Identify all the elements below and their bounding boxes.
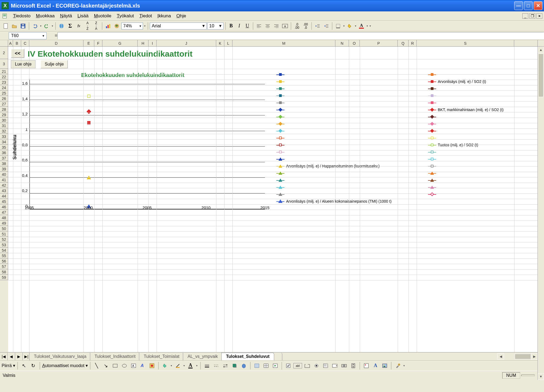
minimize-button[interactable]: — xyxy=(514,1,523,10)
chart-wizard-button[interactable] xyxy=(104,22,112,30)
row-header-49[interactable]: 49 xyxy=(0,221,8,226)
row-header-46[interactable]: 46 xyxy=(0,204,8,210)
row-header-48[interactable]: 48 xyxy=(0,215,8,221)
borders-dropdown[interactable]: ▾ xyxy=(343,24,345,27)
col-header-O[interactable]: O xyxy=(349,40,360,46)
row-header-55[interactable]: 55 xyxy=(0,253,8,258)
sheet-tab-AL_vs_ympvaik[interactable]: AL_vs_ympvaik xyxy=(183,353,222,360)
wordart-tool[interactable]: A xyxy=(139,362,147,370)
col-header-N[interactable]: N xyxy=(335,40,349,46)
row-header-47[interactable]: 47 xyxy=(0,210,8,215)
line-color-tool[interactable] xyxy=(174,362,182,370)
row-header-27[interactable]: 27 xyxy=(0,101,8,107)
font-color-dropdown[interactable]: ▾ xyxy=(366,24,368,27)
shadow-tool[interactable] xyxy=(231,362,239,370)
line-tool[interactable]: ╲ xyxy=(93,362,101,370)
textbox-control-icon[interactable]: abl xyxy=(293,363,302,368)
form-run-icon[interactable] xyxy=(271,362,279,370)
row-header-40[interactable]: 40 xyxy=(0,172,8,177)
formula-input[interactable] xyxy=(57,32,544,39)
3d-tool[interactable] xyxy=(240,362,248,370)
col-header-I[interactable]: I xyxy=(148,40,157,46)
row-header-56[interactable]: 56 xyxy=(0,258,8,264)
menu-työkalut[interactable]: Työkalut xyxy=(114,12,137,20)
row-header-32[interactable]: 32 xyxy=(0,128,8,134)
row-header-37[interactable]: 37 xyxy=(0,155,8,161)
scroll-up-button[interactable]: ▲ xyxy=(538,47,544,53)
hscroll-left-button[interactable]: ◀ xyxy=(497,353,504,360)
worksheet-grid[interactable]: << IV Ekotehokkuuden suhdelukuindikaatto… xyxy=(8,47,544,380)
sheet-tab-Tulokset_Suhdeluvut[interactable]: Tulokset_Suhdeluvut xyxy=(221,353,274,360)
select-all-corner[interactable] xyxy=(0,40,8,47)
bold-button[interactable]: B xyxy=(227,22,235,30)
close-button[interactable]: ✕ xyxy=(534,1,542,10)
chart-object[interactable]: Ekotehokkuuden suhdelukuindikaattorit Su… xyxy=(11,71,539,223)
col-header-R[interactable]: R xyxy=(409,40,417,46)
menu-ohje[interactable]: Ohje xyxy=(174,12,189,20)
menu-muotoile[interactable]: Muotoile xyxy=(91,12,114,20)
select-objects-button[interactable]: ↖ xyxy=(20,362,28,370)
tab-nav-2[interactable]: ▶ xyxy=(15,353,23,360)
fill-color-button[interactable] xyxy=(346,22,354,30)
toolbar-overflow[interactable]: ▾ xyxy=(144,24,146,27)
font-color-button[interactable]: A xyxy=(357,22,365,30)
scrollbar-control-icon[interactable] xyxy=(340,362,348,370)
name-box[interactable]: T60▾ xyxy=(9,32,47,39)
col-header-F[interactable]: F xyxy=(94,40,102,46)
col-header-E[interactable]: E xyxy=(83,40,94,46)
col-header-B[interactable]: B xyxy=(13,40,21,46)
row-header-53[interactable]: 53 xyxy=(0,242,8,248)
row-header-25[interactable]: 25 xyxy=(0,90,8,96)
col-header-J[interactable]: J xyxy=(157,40,216,46)
row-header-50[interactable]: 50 xyxy=(0,226,8,231)
option-control-icon[interactable] xyxy=(312,362,320,370)
font-size-combo[interactable]: 10▾ xyxy=(207,22,224,30)
row-header-41[interactable]: 41 xyxy=(0,177,8,183)
column-headers[interactable]: ABCDEFGHIJKLMNOPQRS xyxy=(8,40,537,47)
inner-restore-button[interactable]: ❐ xyxy=(529,13,535,19)
font-combo[interactable]: Arial▾ xyxy=(150,22,207,30)
autoshapes-menu[interactable]: AAutomaattiset muodotutomaattiset muodot… xyxy=(42,363,88,368)
hscroll-thumb[interactable] xyxy=(515,354,531,359)
hscroll-right-button[interactable]: ▶ xyxy=(531,353,537,360)
lue-ohje-button[interactable]: Lue ohje xyxy=(11,60,35,68)
row-header-28[interactable]: 28 xyxy=(0,107,8,112)
borders-button[interactable] xyxy=(334,22,342,30)
format-overflow[interactable]: ▾ xyxy=(369,24,371,27)
col-header-G[interactable]: G xyxy=(102,40,138,46)
scroll-thumb[interactable] xyxy=(538,54,543,97)
sort-asc-button[interactable]: A↓Z xyxy=(83,22,92,30)
new-button[interactable] xyxy=(2,22,10,30)
open-button[interactable] xyxy=(10,22,18,30)
maximize-button[interactable]: □ xyxy=(524,1,533,10)
spinner-control-icon[interactable] xyxy=(349,362,357,370)
line-style-tool[interactable] xyxy=(203,362,211,370)
row-header-54[interactable]: 54 xyxy=(0,248,8,253)
back-button[interactable]: << xyxy=(11,49,24,58)
menu-tiedot[interactable]: Tiedot xyxy=(137,12,155,20)
col-header-Q[interactable]: Q xyxy=(398,40,409,46)
col-header-L[interactable]: L xyxy=(224,40,232,46)
col-header-K[interactable]: K xyxy=(216,40,224,46)
inner-minimize-button[interactable]: _ xyxy=(522,13,528,19)
row-header-51[interactable]: 51 xyxy=(0,231,8,237)
menu-tiedosto[interactable]: Tiedosto xyxy=(10,12,33,20)
oval-tool[interactable] xyxy=(120,362,128,370)
font-color-tool[interactable]: A xyxy=(186,362,195,370)
dash-style-tool[interactable] xyxy=(212,362,220,370)
redo-dropdown[interactable]: ▾ xyxy=(51,24,54,27)
col-header-S[interactable]: S xyxy=(417,40,514,46)
inner-close-button[interactable]: × xyxy=(536,13,542,19)
checkbox-control-icon[interactable] xyxy=(284,362,292,370)
align-left-button[interactable] xyxy=(255,22,263,30)
tools-icon[interactable] xyxy=(394,362,402,370)
menu-näytä[interactable]: Näytä xyxy=(57,12,75,20)
row-header-42[interactable]: 42 xyxy=(0,183,8,188)
vertical-scrollbar[interactable]: ▲ ▼ xyxy=(537,47,544,380)
menu-lisää[interactable]: Lisää xyxy=(75,12,91,20)
row-header-45[interactable]: 45 xyxy=(0,199,8,204)
formula-equals[interactable]: = xyxy=(55,33,57,38)
sheet-tab-Tulokset_Vaikutusarv_laaja[interactable]: Tulokset_Vaikutusarv_laaja xyxy=(29,353,91,360)
merge-center-button[interactable]: a xyxy=(281,22,289,30)
row-header-38[interactable]: 38 xyxy=(0,161,8,166)
